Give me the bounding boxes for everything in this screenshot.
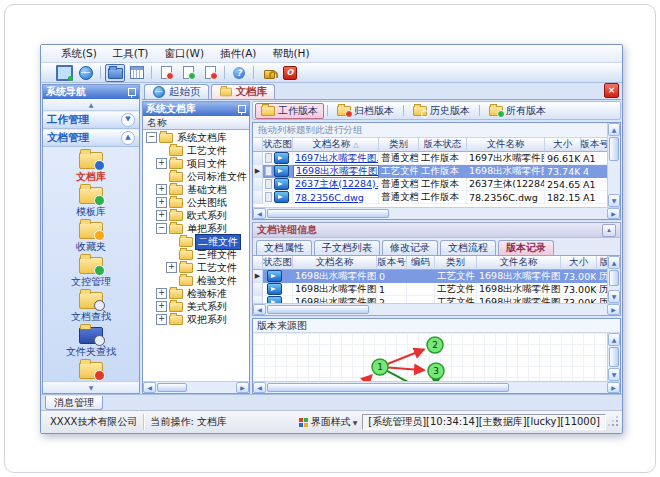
scroll-right-icon[interactable]: ▶	[607, 208, 620, 219]
version-filter-所有版本[interactable]: 所有版本	[483, 103, 552, 119]
tree-item-工艺文件[interactable]: −工艺文件	[143, 144, 249, 157]
detail-tab-文档属性[interactable]: 文档属性	[256, 240, 312, 255]
tree-item-基础文档[interactable]: +基础文档	[143, 183, 249, 196]
column-header-文档名称[interactable]: 文档名称	[293, 256, 377, 270]
scroll-down-icon[interactable]: ▼	[608, 368, 620, 381]
column-header-类别[interactable]: 类别	[435, 256, 477, 270]
collapse-icon[interactable]: −	[156, 223, 167, 234]
scroll-thumb[interactable]	[157, 383, 187, 392]
pin-icon[interactable]	[238, 105, 246, 113]
scroll-left-icon[interactable]: ◀	[253, 208, 266, 219]
column-header-大小[interactable]: 大小	[545, 138, 581, 152]
expand-icon[interactable]: +	[166, 262, 177, 273]
table-row[interactable]: 78.2356C.dwg普通文档工作版本78.2356C.dwg182.15KB…	[253, 191, 607, 204]
sidebar-item-favorites[interactable]: 收藏夹	[43, 221, 139, 255]
graph-horizontal-scrollbar[interactable]: ◀ ▶	[253, 381, 620, 393]
column-header-版本号[interactable]: 版本号	[377, 256, 407, 270]
close-icon[interactable]: ×	[604, 83, 619, 98]
help-icon-button[interactable]: ?	[229, 64, 249, 82]
column-header-类别[interactable]: 类别	[379, 138, 419, 152]
scroll-thumb[interactable]	[267, 209, 389, 218]
expand-icon[interactable]: +	[156, 210, 167, 221]
tab-起始页[interactable]: 起始页	[144, 84, 209, 99]
table-row[interactable]: ▶1698出水嘴零件图.dwg0工艺文件1698出水嘴零件图.dwg73.00K…	[253, 270, 607, 283]
detail-tab-文档流程[interactable]: 文档流程	[440, 240, 496, 255]
detail-horizontal-scrollbar[interactable]: ◀ ▶	[253, 303, 620, 315]
documents-vertical-scrollbar[interactable]: ▲ ▼	[607, 123, 620, 207]
graph-vertical-scrollbar[interactable]: ▲ ▼	[607, 333, 620, 381]
version-graph[interactable]: 01234	[253, 333, 607, 381]
column-header-版本状态[interactable]: 版本状态	[597, 256, 607, 270]
detail-tab-子文档列表[interactable]: 子文档列表	[314, 240, 380, 255]
scroll-thumb[interactable]	[609, 347, 619, 367]
tree-item-公司标准文件[interactable]: −公司标准文件	[143, 170, 249, 183]
tree-horizontal-scrollbar[interactable]: ◀ ▶	[143, 381, 249, 393]
document-link[interactable]: 78.2356C.dwg	[295, 192, 364, 203]
scroll-up-icon[interactable]: ▲	[608, 333, 620, 346]
menu-item-1[interactable]: 工具(T)	[105, 46, 157, 60]
column-header-大小[interactable]: 大小	[561, 256, 597, 270]
table-row[interactable]: 2637主体(12284).dwg普通文档工作版本2637主体(12284).d…	[253, 178, 607, 191]
detail-tab-版本记录[interactable]: 版本记录	[498, 240, 554, 255]
detail-tab-修改记录[interactable]: 修改记录	[382, 240, 438, 255]
version-filter-历史版本[interactable]: 历史版本	[407, 103, 476, 119]
doc-delete-icon-button[interactable]	[156, 64, 176, 82]
folder-open-icon-button[interactable]	[105, 64, 125, 82]
document-link[interactable]: 2637主体(12284).dwg	[295, 178, 379, 191]
menu-item-0[interactable]: 系统(S)	[53, 46, 105, 60]
screen-icon-button[interactable]	[54, 64, 74, 82]
tab-文档库[interactable]: 文档库	[211, 84, 276, 99]
chevron-down-icon[interactable]: ▼	[121, 113, 135, 127]
scroll-left-icon[interactable]: ◀	[253, 304, 266, 315]
chevron-up-icon[interactable]: ▲	[121, 131, 135, 145]
doc-close-icon-button[interactable]	[200, 64, 220, 82]
column-header-版本号[interactable]: 版本号	[581, 138, 607, 152]
sidebar-item-doc-control[interactable]: 文控管理	[43, 256, 139, 290]
scroll-down-icon[interactable]: ▼	[608, 290, 620, 303]
column-header-版本状态[interactable]: 版本状态	[419, 138, 467, 152]
column-header-编码[interactable]: 编码	[407, 256, 435, 270]
expand-icon[interactable]: +	[156, 288, 167, 299]
version-filter-归档版本[interactable]: 归档版本	[331, 103, 400, 119]
document-link[interactable]: 1697出水嘴零件图.dwg	[295, 152, 379, 165]
tree-item-双把系列[interactable]: +双把系列	[143, 313, 249, 326]
tree-item-检验标准[interactable]: +检验标准	[143, 287, 249, 300]
scroll-left-icon[interactable]: ◀	[253, 382, 266, 393]
table-row[interactable]: 1698出水嘴零件图.dwg1工艺文件1698出水嘴零件图.dwg73.00KB…	[253, 283, 607, 296]
tree-item-公共图纸[interactable]: +公共图纸	[143, 196, 249, 209]
menu-item-2[interactable]: 窗口(W)	[156, 46, 212, 60]
version-filter-工作版本[interactable]: 工作版本	[255, 103, 324, 119]
expand-icon[interactable]: +	[156, 158, 167, 169]
column-header-文档名称[interactable]: 文档名称△	[293, 138, 379, 152]
tree-item-工艺文件[interactable]: +工艺文件	[143, 261, 249, 274]
globe-icon-button[interactable]	[76, 64, 96, 82]
tree-item-三维文件[interactable]: −三维文件	[143, 248, 249, 261]
chevron-down-icon[interactable]: ▼	[353, 419, 358, 426]
scroll-right-icon[interactable]: ▶	[607, 304, 620, 315]
tree-item-检验文件[interactable]: −检验文件	[143, 274, 249, 287]
tree-item-项目文件[interactable]: +项目文件	[143, 157, 249, 170]
expand-icon[interactable]: +	[156, 301, 167, 312]
scroll-up-icon[interactable]: ▲	[608, 123, 620, 136]
interface-style-button[interactable]: 界面样式	[311, 415, 351, 429]
expand-icon[interactable]: +	[156, 184, 167, 195]
menu-item-3[interactable]: 插件(A)	[212, 46, 264, 60]
sidebar-item-checkout-doc[interactable]: 签出的文档	[43, 361, 139, 381]
sidebar-group-document[interactable]: 文档管理▲	[43, 130, 139, 147]
grid-view-icon-button[interactable]	[127, 64, 147, 82]
sidebar-item-doc-search[interactable]: 文档查找	[43, 291, 139, 325]
lock-icon-button[interactable]	[258, 64, 278, 82]
table-row[interactable]: ▶1698出水嘴零件图.dwg工艺文件工作版本1698出水嘴零件图.dwg73.…	[253, 165, 607, 178]
tree-item-二维文件[interactable]: −二维文件	[143, 235, 249, 248]
column-header-文件名称[interactable]: 文件名称	[477, 256, 561, 270]
resize-grip[interactable]	[609, 417, 619, 427]
expand-icon[interactable]: +	[156, 314, 167, 325]
sidebar-group-work[interactable]: 工作管理▼	[43, 112, 139, 129]
scroll-down-icon[interactable]: ▼	[608, 194, 620, 207]
document-link[interactable]: 1698出水嘴零件图.dwg	[296, 165, 379, 178]
scroll-up-icon[interactable]: ▲	[608, 256, 620, 269]
scroll-right-icon[interactable]: ▶	[236, 382, 249, 393]
collapse-icon[interactable]: ▴	[602, 224, 616, 237]
column-header-状态图[interactable]: 状态图	[263, 256, 293, 270]
expand-icon[interactable]: +	[156, 197, 167, 208]
